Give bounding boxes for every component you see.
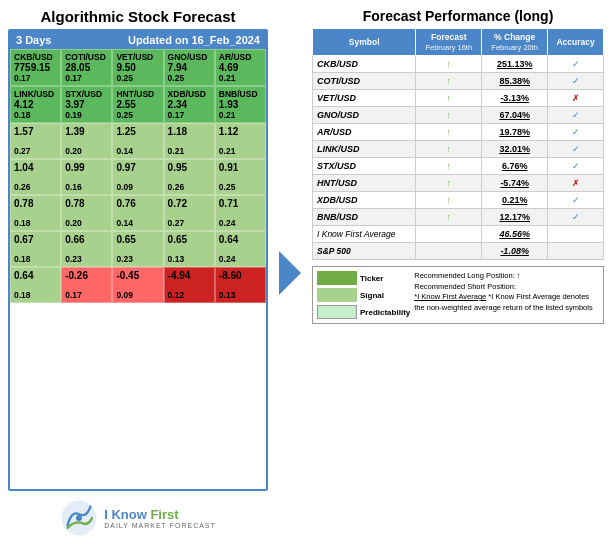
- grid-row: 0.780.180.780.200.760.140.720.270.710.24: [10, 195, 266, 231]
- table-row: STX/USD↑6.76%✓: [313, 158, 604, 175]
- td-accuracy: ✓: [548, 209, 604, 226]
- legend-left: Ticker Signal Predictability: [317, 271, 410, 319]
- cell-signal: 0.64: [219, 234, 262, 245]
- grid-cell: 0.760.14: [112, 195, 163, 231]
- cell-pred: 0.19: [65, 110, 108, 120]
- legend-box: Ticker Signal Predictability Recommended…: [312, 266, 604, 324]
- cell-pred: 0.21: [219, 73, 262, 83]
- cell-symbol: CKB/USD: [14, 52, 57, 62]
- td-accuracy: ✓: [548, 192, 604, 209]
- long-label: Recommended Long Position: ↑: [414, 271, 520, 280]
- cell-signal: 7.94: [168, 62, 211, 73]
- td-pct: 251.13%: [482, 56, 548, 73]
- cell-pred: 0.16: [65, 182, 108, 192]
- svg-point-1: [76, 515, 82, 521]
- td-pct: 0.21%: [482, 192, 548, 209]
- cell-signal: 4.12: [14, 99, 57, 110]
- cell-pred: 0.23: [65, 254, 108, 264]
- sp-symbol: S&P 500: [313, 243, 416, 260]
- grid-header: 3 Days Updated on 16_Feb_2024: [10, 31, 266, 49]
- td-pct: -5.74%: [482, 175, 548, 192]
- grid-body: CKB/USD7759.150.17COTI/USD28.050.17VET/U…: [10, 49, 266, 303]
- table-header-row: Symbol Forecast February 16th % Change F…: [313, 29, 604, 56]
- cell-signal: 0.99: [65, 162, 108, 173]
- cell-pred: 0.17: [65, 290, 108, 300]
- avg-row: I Know First Average46.56%: [313, 226, 604, 243]
- td-symbol: LINK/USD: [313, 141, 416, 158]
- td-pct: -3.13%: [482, 90, 548, 107]
- grid-cell: COTI/USD28.050.17: [61, 49, 112, 86]
- cell-signal: 0.76: [116, 198, 159, 209]
- grid-cell: 1.250.14: [112, 123, 163, 159]
- logo-sub: DAILY MARKET FORECAST: [104, 522, 216, 529]
- td-accuracy: ✓: [548, 56, 604, 73]
- cell-signal: 3.97: [65, 99, 108, 110]
- arrow-right-icon: [279, 251, 301, 295]
- cell-signal: 2.55: [116, 99, 159, 110]
- logo-icon: [60, 499, 98, 537]
- grid-cell: 0.650.13: [164, 231, 215, 267]
- cell-signal: 0.64: [14, 270, 57, 281]
- cell-pred: 0.24: [219, 254, 262, 264]
- sp-accuracy: [548, 243, 604, 260]
- cell-signal: 1.25: [116, 126, 159, 137]
- cell-signal: 1.04: [14, 162, 57, 173]
- cell-pred: 0.25: [219, 182, 262, 192]
- td-arrow: ↑: [416, 192, 482, 209]
- left-panel: Algorithmic Stock Forecast 3 Days Update…: [8, 8, 268, 537]
- cell-signal: 0.78: [14, 198, 57, 209]
- cell-pred: 0.26: [14, 182, 57, 192]
- td-arrow: ↑: [416, 141, 482, 158]
- grid-cell: LINK/USD4.120.18: [10, 86, 61, 123]
- table-row: LINK/USD↑32.01%✓: [313, 141, 604, 158]
- grid-row: 0.670.180.660.230.650.230.650.130.640.24: [10, 231, 266, 267]
- grid-cell: HNT/USD2.550.25: [112, 86, 163, 123]
- col-forecast: Forecast February 16th: [416, 29, 482, 56]
- grid-cell: 0.660.23: [61, 231, 112, 267]
- td-symbol: BNB/USD: [313, 209, 416, 226]
- col-accuracy: Accuracy: [548, 29, 604, 56]
- td-accuracy: ✓: [548, 158, 604, 175]
- grid-cell: 0.780.20: [61, 195, 112, 231]
- table-row: XDB/USD↑0.21%✓: [313, 192, 604, 209]
- logo-text: I Know First: [104, 507, 216, 523]
- grid-cell: GNO/USD7.940.25: [164, 49, 215, 86]
- signal-label: Signal: [360, 291, 384, 300]
- grid-row: 1.570.271.390.201.250.141.180.211.120.21: [10, 123, 266, 159]
- cell-signal: 0.67: [14, 234, 57, 245]
- legend-ticker: Ticker: [317, 271, 410, 285]
- cell-pred: 0.17: [168, 110, 211, 120]
- ticker-label: Ticker: [360, 274, 383, 283]
- cell-pred: 0.18: [14, 254, 57, 264]
- td-accuracy: ✓: [548, 141, 604, 158]
- cell-signal: 9.50: [116, 62, 159, 73]
- cell-signal: -8.60: [219, 270, 262, 281]
- td-pct: 12.17%: [482, 209, 548, 226]
- cell-symbol: BNB/USD: [219, 89, 262, 99]
- cell-symbol: STX/USD: [65, 89, 108, 99]
- td-pct: 6.76%: [482, 158, 548, 175]
- cell-signal: 0.71: [219, 198, 262, 209]
- grid-row: LINK/USD4.120.18STX/USD3.970.19HNT/USD2.…: [10, 86, 266, 123]
- grid-cell: 0.950.26: [164, 159, 215, 195]
- td-arrow: ↑: [416, 158, 482, 175]
- grid-cell: 0.910.25: [215, 159, 266, 195]
- td-symbol: VET/USD: [313, 90, 416, 107]
- cell-signal: 0.65: [168, 234, 211, 245]
- perf-table-body: CKB/USD↑251.13%✓COTI/USD↑85.38%✓VET/USD↑…: [313, 56, 604, 260]
- pred-color: [317, 305, 357, 319]
- left-title: Algorithmic Stock Forecast: [8, 8, 268, 25]
- table-row: CKB/USD↑251.13%✓: [313, 56, 604, 73]
- td-arrow: ↑: [416, 107, 482, 124]
- cell-signal: -0.45: [116, 270, 159, 281]
- td-accuracy: ✓: [548, 107, 604, 124]
- cell-pred: 0.14: [116, 146, 159, 156]
- cell-signal: 0.65: [116, 234, 159, 245]
- cell-signal: 1.12: [219, 126, 262, 137]
- avg-empty: [416, 226, 482, 243]
- cell-pred: 0.24: [219, 218, 262, 228]
- cell-signal: 1.18: [168, 126, 211, 137]
- cell-pred: 0.25: [116, 110, 159, 120]
- cell-signal: 4.69: [219, 62, 262, 73]
- grid-cell: -8.600.13: [215, 267, 266, 303]
